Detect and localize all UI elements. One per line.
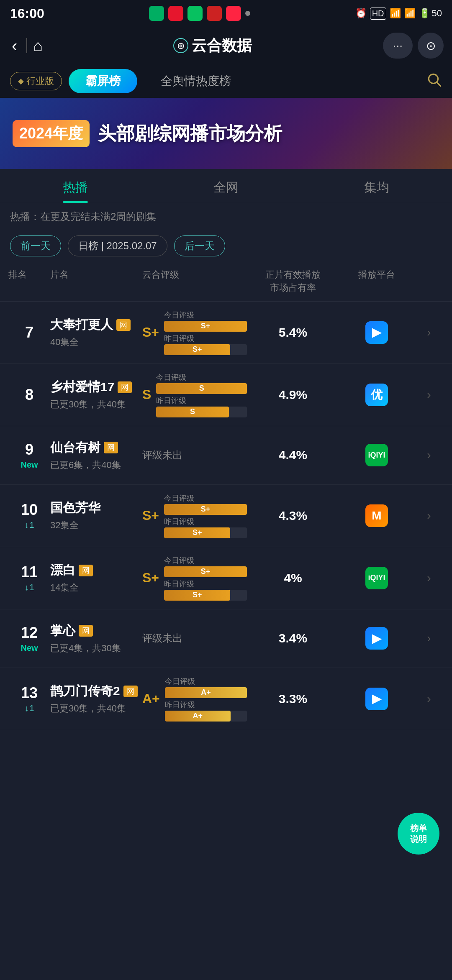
today-bar-fill: S (156, 383, 247, 394)
today-rating-row: 今日评级 S+ (164, 493, 247, 515)
signal-icon: 📶 (404, 8, 416, 19)
yesterday-bar-track: S+ (164, 344, 247, 355)
diamond-icon: ◆ (18, 77, 24, 86)
net-badge: 网 (116, 319, 131, 331)
rank-number: 8 (25, 386, 33, 404)
battery-icon: 🔋 (419, 8, 430, 19)
row-arrow[interactable]: › (414, 509, 444, 522)
record-icon: ⊙ (426, 39, 436, 53)
rank-cell: 10 ↓1 (8, 501, 50, 530)
platform-cell: ▶ (339, 688, 414, 710)
douban-icon (149, 6, 164, 21)
rank-change: ↓1 (24, 704, 34, 713)
market-rate: 5.4% (247, 325, 339, 340)
row-arrow[interactable]: › (414, 388, 444, 402)
more-button[interactable]: ··· (383, 33, 413, 59)
table-row[interactable]: 8 乡村爱情17 网 已更30集，共40集 S 今日评级 (0, 364, 452, 426)
content-tabs: 热播 全网 集均 (0, 169, 452, 203)
status-time: 16:00 (10, 6, 44, 21)
netease-icon (207, 6, 222, 21)
table-row[interactable]: 10 ↓1 国色芳华 32集全 S+ 今日评级 S+ (0, 485, 452, 547)
rating-letter: S+ (142, 508, 159, 523)
search-button[interactable] (426, 72, 442, 91)
wifi-icon: 📶 (390, 8, 401, 19)
industry-label: 行业版 (26, 75, 54, 87)
rating-bars: 今日评级 S 昨日评级 S (156, 372, 247, 417)
quyu-label: 全舆情热度榜 (161, 74, 231, 87)
platform-icon: iQIYI (365, 444, 388, 466)
float-info-button[interactable]: 榜单 说明 (398, 813, 439, 855)
today-bar-track: S+ (164, 321, 247, 332)
today-bar-track: S (156, 383, 247, 394)
header-title: 片名 (50, 269, 142, 294)
platform-icon: ▶ (365, 321, 388, 344)
market-rate: 4% (247, 571, 339, 585)
yesterday-label: 昨日评级 (164, 517, 247, 527)
tab-jijun[interactable]: 集均 (301, 169, 452, 203)
no-rating-text: 评级未出 (142, 448, 182, 462)
industry-tag[interactable]: ◆ 行业版 (10, 72, 62, 90)
header-rating: 云合评级 (142, 269, 247, 294)
rating-letter: A+ (142, 691, 160, 706)
platform-icon: ▶ (365, 627, 388, 650)
title-cell: 国色芳华 32集全 (50, 499, 142, 532)
back-button[interactable]: ‹ (8, 36, 21, 55)
nav-bar: ‹ ⌂ ◎ 云合数据 ··· ⊙ (0, 27, 452, 64)
show-sub: 已更30集，共40集 (50, 702, 142, 715)
today-bar-fill: S+ (164, 566, 247, 577)
net-badge: 网 (118, 381, 132, 393)
prev-day-button[interactable]: 前一天 (10, 235, 61, 256)
rating-letter: S+ (142, 325, 159, 340)
nav-title: ◎ 云合数据 (43, 36, 383, 56)
rank-cell: 8 (8, 386, 50, 404)
xiaohongshu-icon (226, 6, 241, 21)
yesterday-rating-row: 昨日评级 S+ (164, 333, 247, 355)
platform-cell: iQIYI (339, 567, 414, 589)
quyu-tab[interactable]: 全舆情热度榜 (144, 69, 248, 93)
platform-cell: M (339, 504, 414, 527)
rank-number: 7 (25, 324, 33, 341)
next-day-button[interactable]: 后一天 (174, 235, 225, 256)
date-controls: 前一天 日榜 | 2025.02.07 后一天 (0, 230, 452, 262)
today-rating-row: 今日评级 S (156, 372, 247, 394)
table-row[interactable]: 12 New 掌心 网 已更4集，共30集 评级未出 3.4% ▶ › (0, 609, 452, 668)
platform-cell: ▶ (339, 627, 414, 650)
table-row[interactable]: 9 New 仙台有树 网 已更6集，共40集 评级未出 4.4% iQIYI › (0, 426, 452, 485)
battery: 🔋 50 (419, 8, 442, 19)
baping-tab[interactable]: 霸屏榜 (69, 69, 137, 93)
row-arrow[interactable]: › (414, 692, 444, 706)
table-row[interactable]: 13 ↓1 鹊刀门传奇2 网 已更30集，共40集 A+ 今日评级 (0, 668, 452, 730)
platform-cell: 优 (339, 384, 414, 406)
tab-pills: ◆ 行业版 霸屏榜 全舆情热度榜 (0, 64, 452, 98)
table-row[interactable]: 11 ↓1 漂白 网 14集全 S+ 今日评级 S+ (0, 547, 452, 609)
yesterday-bar-track: S+ (164, 527, 247, 538)
rank-number: 13 (21, 684, 38, 702)
record-button[interactable]: ⊙ (418, 33, 444, 59)
rating-cell: 评级未出 (142, 448, 247, 462)
row-arrow[interactable]: › (414, 326, 444, 339)
today-label: 今日评级 (164, 493, 247, 503)
tab-rebao[interactable]: 热播 (0, 169, 151, 203)
rating-cell: S+ 今日评级 S+ 昨日评级 S+ (142, 310, 247, 355)
show-title: 仙台有树 网 (50, 439, 142, 456)
today-label: 今日评级 (164, 310, 247, 320)
rating-cell: 评级未出 (142, 632, 247, 645)
title-cell: 漂白 网 14集全 (50, 562, 142, 594)
today-bar-track: S+ (164, 566, 247, 577)
table-row[interactable]: 7 大奉打更人 网 40集全 S+ 今日评级 S+ (0, 302, 452, 364)
row-arrow[interactable]: › (414, 448, 444, 462)
market-rate: 3.4% (247, 631, 339, 645)
tab-quanwang[interactable]: 全网 (151, 169, 301, 203)
today-rating-row: 今日评级 S+ (164, 555, 247, 577)
row-arrow[interactable]: › (414, 571, 444, 585)
rating-bars: 今日评级 S+ 昨日评级 S+ (164, 310, 247, 355)
yesterday-rating-row: 昨日评级 S (156, 396, 247, 417)
net-badge: 网 (79, 565, 93, 576)
yesterday-label: 昨日评级 (164, 579, 247, 589)
row-arrow[interactable]: › (414, 632, 444, 645)
home-button[interactable]: ⌂ (33, 37, 43, 55)
show-title: 鹊刀门传奇2 网 (50, 683, 142, 700)
status-bar: 16:00 ⏰ HD 📶 📶 🔋 50 (0, 0, 452, 27)
yesterday-bar-fill: S+ (164, 590, 230, 601)
yesterday-bar-track: S+ (164, 590, 247, 601)
